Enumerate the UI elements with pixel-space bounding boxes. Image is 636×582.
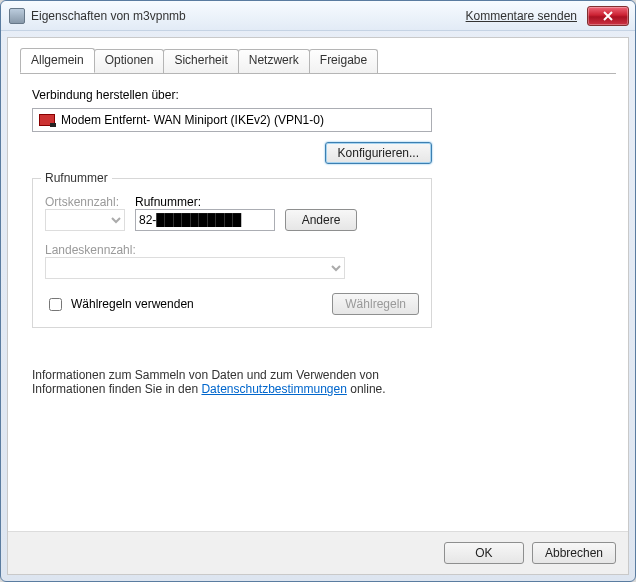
ortskennzahl-label: Ortskennzahl:: [45, 195, 125, 209]
comments-link[interactable]: Kommentare senden: [466, 9, 577, 23]
tab-sicherheit[interactable]: Sicherheit: [163, 49, 238, 74]
connect-via-value: Modem Entfernt- WAN Miniport (IKEv2) (VP…: [61, 113, 324, 127]
dialog-footer: OK Abbrechen: [8, 531, 628, 574]
privacy-link[interactable]: Datenschutzbestimmungen: [201, 382, 346, 396]
tab-optionen[interactable]: Optionen: [94, 49, 165, 74]
window-title: Eigenschaften von m3vpnmb: [31, 9, 186, 23]
waehlregeln-checkbox[interactable]: [49, 298, 62, 311]
privacy-info: Informationen zum Sammeln von Daten und …: [32, 368, 452, 396]
close-icon: [603, 11, 613, 21]
configure-button[interactable]: Konfigurieren...: [325, 142, 432, 164]
rufnummer-input[interactable]: [135, 209, 275, 231]
ok-button[interactable]: OK: [444, 542, 524, 564]
privacy-info-text-2: online.: [347, 382, 386, 396]
client-area: Allgemein Optionen Sicherheit Netzwerk F…: [7, 37, 629, 575]
connect-via-label: Verbindung herstellen über:: [32, 88, 604, 102]
waehlregeln-checkbox-label: Wählregeln verwenden: [71, 297, 194, 311]
tab-panel-allgemein: Verbindung herstellen über: Modem Entfer…: [20, 73, 616, 531]
modem-icon: [39, 114, 55, 126]
window-icon: [9, 8, 25, 24]
landeskennzahl-select: [45, 257, 345, 279]
tab-freigabe[interactable]: Freigabe: [309, 49, 378, 74]
rufnummer-group-title: Rufnummer: [41, 171, 112, 185]
ortskennzahl-select: [45, 209, 125, 231]
tab-strip: Allgemein Optionen Sicherheit Netzwerk F…: [8, 38, 628, 73]
landeskennzahl-label: Landeskennzahl:: [45, 243, 419, 257]
titlebar: Eigenschaften von m3vpnmb Kommentare sen…: [1, 1, 635, 31]
waehlregeln-button: Wählregeln: [332, 293, 419, 315]
rufnummer-group: Rufnummer Ortskennzahl: Rufnummer: Ander…: [32, 178, 432, 328]
dialog-window: Eigenschaften von m3vpnmb Kommentare sen…: [0, 0, 636, 582]
close-button[interactable]: [587, 6, 629, 26]
connect-via-box: Modem Entfernt- WAN Miniport (IKEv2) (VP…: [32, 108, 432, 132]
andere-button[interactable]: Andere: [285, 209, 357, 231]
tab-netzwerk[interactable]: Netzwerk: [238, 49, 310, 74]
cancel-button[interactable]: Abbrechen: [532, 542, 616, 564]
tab-allgemein[interactable]: Allgemein: [20, 48, 95, 73]
rufnummer-label: Rufnummer:: [135, 195, 275, 209]
